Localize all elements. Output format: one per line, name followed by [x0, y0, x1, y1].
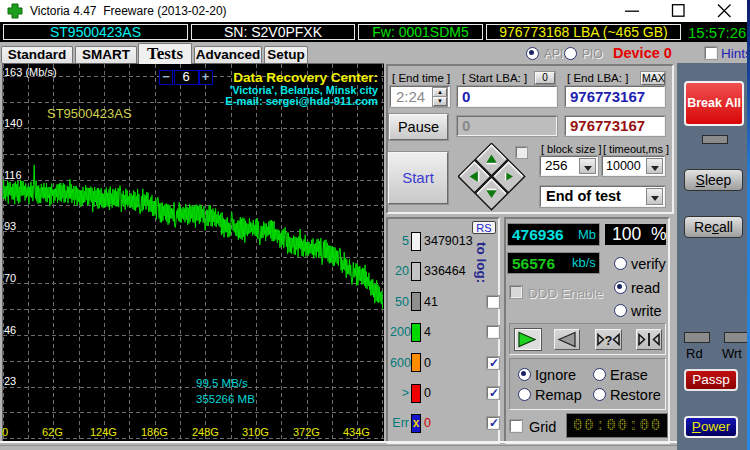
svg-text:?: ?: [605, 333, 613, 348]
